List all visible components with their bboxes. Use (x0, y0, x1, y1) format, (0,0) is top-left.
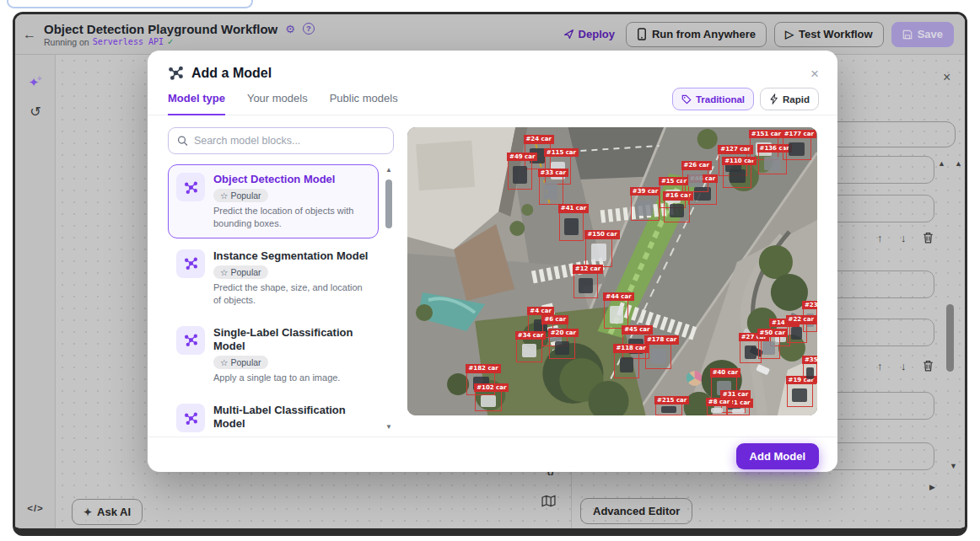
detection-label: #33 car (538, 169, 568, 177)
popular-badge: ☆ Popular (213, 356, 268, 369)
detection-box: #102 car (475, 391, 502, 411)
detection-label: #151 car (749, 130, 783, 138)
detection-box: #110 car (723, 164, 751, 187)
model-list-item[interactable]: Multi-Label Classification Model Apply m… (168, 395, 379, 432)
star-icon: ☆ (220, 190, 228, 201)
star-icon: ☆ (220, 357, 228, 367)
detection-label: #20 car (548, 329, 579, 337)
model-description: Predict the shape, size, and location of… (213, 281, 370, 307)
tab-your-models[interactable]: Your models (247, 92, 308, 115)
modal-title: Add a Model (191, 66, 272, 81)
model-block-icon (176, 404, 205, 432)
detection-box: #150 car (585, 238, 612, 267)
model-preview-image: #24 car#49 car#115 car#33 car#41 car#150… (407, 127, 817, 415)
detection-box: #41 car (559, 212, 584, 241)
browser-tab-fragment (7, 0, 253, 8)
detection-box: #26 car (682, 169, 709, 192)
detection-box: #34 car (516, 339, 543, 362)
detection-label: #23 car (802, 301, 817, 309)
detection-box: #118 car (614, 352, 638, 378)
detection-box: #20 car (549, 336, 576, 359)
detection-label: #8 car (706, 398, 733, 406)
detection-label: #178 car (644, 335, 679, 344)
detection-label: #39 car (630, 187, 660, 196)
detection-box: #35 car (803, 363, 817, 383)
detection-box: #50 car (758, 336, 781, 359)
detection-box: #19 car (787, 383, 814, 406)
detection-label: #22 car (786, 315, 816, 324)
modal-close-icon[interactable]: × (810, 66, 819, 83)
model-block-icon (176, 173, 205, 201)
detection-label: #127 car (718, 145, 752, 153)
model-title: Object Detection Model (213, 173, 370, 186)
detection-label: #45 car (622, 325, 652, 334)
detection-box: #39 car (631, 195, 660, 221)
detection-label: #50 car (757, 329, 788, 337)
detection-box: #215 car (655, 404, 682, 415)
detection-box: #1 car (727, 407, 750, 415)
detection-label: #24 car (524, 135, 554, 143)
model-search (168, 127, 394, 154)
detection-label: #102 car (474, 383, 509, 392)
star-icon: ☆ (220, 267, 228, 277)
detection-label: #115 car (544, 148, 579, 157)
scroll-up-icon[interactable]: ▲ (384, 166, 394, 174)
model-list-item[interactable]: Object Detection Model ☆ Popular Predict… (168, 164, 379, 238)
detection-box: #16 car (664, 200, 691, 222)
detection-box: #22 car (787, 324, 807, 344)
detection-label: #41 car (558, 204, 589, 212)
popular-label: Popular (230, 357, 261, 367)
detection-label: #215 car (654, 396, 689, 404)
popular-label: Popular (230, 267, 261, 277)
traditional-mode-button[interactable]: Traditional (672, 88, 754, 110)
detection-label: #49 car (507, 153, 537, 161)
model-list-item[interactable]: Instance Segmentation Model ☆ Popular Pr… (168, 241, 379, 315)
model-list-item[interactable]: Single-Label Classification Model ☆ Popu… (168, 318, 379, 393)
model-graph-icon (168, 65, 184, 81)
detection-label: #177 car (782, 130, 816, 138)
detection-label: #118 car (613, 344, 648, 352)
model-block-icon (176, 249, 205, 278)
detection-label: #150 car (584, 230, 619, 238)
scroll-down-icon[interactable]: ▼ (384, 423, 394, 431)
detection-box: #12 car (573, 273, 598, 299)
detection-label: #35 car (802, 356, 817, 364)
model-description: Predict the location of objects with bou… (213, 205, 370, 230)
detection-label: #12 car (573, 265, 603, 273)
detection-label: #40 car (710, 368, 740, 377)
model-title: Instance Segmentation Model (213, 249, 370, 263)
detection-label: #34 car (515, 331, 546, 340)
popular-label: Popular (230, 190, 261, 201)
detection-box: #8 car (707, 405, 727, 415)
rapid-mode-button[interactable]: Rapid (760, 88, 819, 110)
detection-layer: #24 car#49 car#115 car#33 car#41 car#150… (407, 127, 817, 415)
detection-box: #33 car (539, 176, 563, 205)
search-input[interactable] (194, 135, 385, 147)
detection-label: #26 car (681, 161, 712, 169)
add-model-modal: Add a Model × Model type Your models Pub… (148, 51, 837, 472)
search-icon (177, 135, 188, 147)
detection-label: #4 car (527, 307, 554, 315)
model-title: Multi-Label Classification Model (213, 404, 370, 431)
detection-label: #182 car (466, 364, 500, 372)
detection-box: #49 car (508, 160, 532, 189)
detection-box: #178 car (645, 344, 672, 370)
detection-box: #177 car (783, 137, 811, 160)
model-description: Apply a single tag to an image. (213, 372, 370, 384)
tab-public-models[interactable]: Public models (330, 92, 398, 115)
tab-model-type[interactable]: Model type (168, 92, 225, 115)
model-list-scrollbar: ▲ ▼ (384, 166, 394, 431)
add-model-button[interactable]: Add Model (736, 443, 819, 469)
scrollbar-thumb[interactable] (385, 179, 392, 228)
model-block-icon (176, 326, 205, 355)
app-window: ← Object Detection Playground Workflow ⚙… (13, 12, 967, 536)
popular-badge: ☆ Popular (213, 189, 268, 202)
model-title: Single-Label Classification Model (213, 326, 370, 354)
lightning-icon (769, 94, 778, 104)
modal-footer: Add Model (148, 437, 837, 472)
model-list: ▲ ▼ Object Detection Model ☆ Popular Pre… (168, 164, 394, 432)
popular-badge: ☆ Popular (213, 265, 268, 279)
detection-label: #6 car (541, 315, 568, 324)
tag-icon (681, 94, 692, 104)
detection-label: #44 car (603, 292, 633, 301)
